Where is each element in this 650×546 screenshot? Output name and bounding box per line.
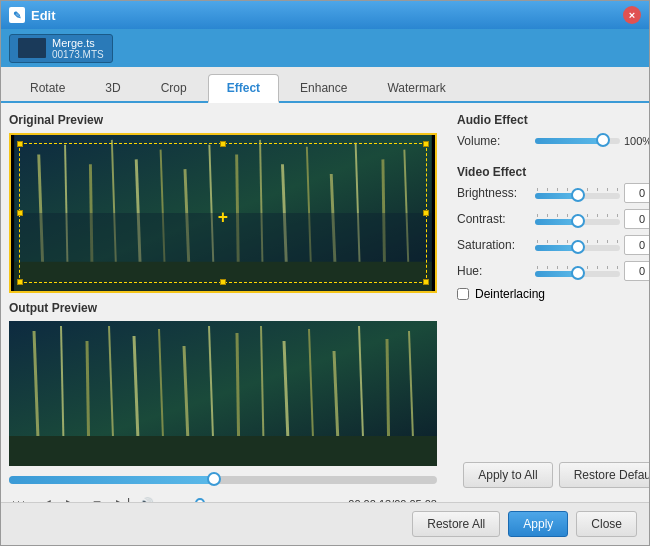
output-preview-box [9, 321, 437, 466]
close-window-button[interactable]: × [623, 6, 641, 24]
deinterlacing-checkbox[interactable] [457, 288, 469, 300]
tab-enhance[interactable]: Enhance [281, 74, 366, 101]
file-name-1: Merge.ts 00173.MTS [52, 37, 104, 60]
output-preview-image [9, 321, 437, 466]
resize-handle-mr[interactable] [423, 210, 429, 216]
resize-handle-bm[interactable] [220, 279, 226, 285]
play-button[interactable]: ▶ [61, 494, 81, 502]
playback-controls: ⏮ ◀ ▶ ■ ▶| 🔊 00:02:13/00:05:08 [9, 492, 437, 502]
tab-crop[interactable]: Crop [142, 74, 206, 101]
volume-slider-thumb[interactable] [596, 133, 610, 147]
title-bar: ✎ Edit × [1, 1, 649, 29]
saturation-value: 0 [624, 235, 649, 255]
audio-section-title: Audio Effect [457, 113, 649, 127]
tab-rotate[interactable]: Rotate [11, 74, 84, 101]
prev-frame-button[interactable]: ◀ [35, 494, 55, 502]
contrast-slider-thumb[interactable] [571, 214, 585, 228]
saturation-slider-thumb[interactable] [571, 240, 585, 254]
hue-value: 0 [624, 261, 649, 281]
contrast-slider-container: 0 ▲ ▼ [535, 209, 649, 229]
hue-slider-track[interactable] [535, 271, 620, 277]
volume-row: Volume: 100% ▲ ▼ [457, 131, 649, 151]
window-title: Edit [31, 8, 56, 23]
restore-all-button[interactable]: Restore All [412, 511, 500, 537]
hue-row: Hue: 0 [457, 261, 649, 281]
volume-slider-track[interactable] [535, 138, 620, 144]
apply-to-all-button[interactable]: Apply to All [463, 462, 552, 488]
resize-handle-tl[interactable] [17, 141, 23, 147]
secondary-buttons: Apply to All Restore Defaults [457, 462, 649, 488]
tab-watermark[interactable]: Watermark [368, 74, 464, 101]
contrast-slider-track[interactable] [535, 219, 620, 225]
hue-slider-container: 0 ▲ ▼ [535, 261, 649, 281]
stop-button[interactable]: ■ [87, 494, 107, 502]
right-panel: Audio Effect Volume: 100% ▲ ▼ [445, 103, 649, 502]
original-preview-section: Original Preview [9, 111, 437, 293]
video-effect-section: Video Effect Brightness: [457, 165, 649, 301]
next-frame-button[interactable]: ▶| [113, 494, 133, 502]
file-item[interactable]: Merge.ts 00173.MTS [9, 34, 113, 63]
brightness-row: Brightness: [457, 183, 649, 203]
apply-button[interactable]: Apply [508, 511, 568, 537]
volume-label: Volume: [457, 134, 527, 148]
deinterlacing-label: Deinterlacing [475, 287, 545, 301]
brightness-slider-track[interactable] [535, 193, 620, 199]
left-panel: Original Preview [1, 103, 445, 502]
title-bar-left: ✎ Edit [9, 7, 56, 23]
tab-3d[interactable]: 3D [86, 74, 139, 101]
output-preview-label: Output Preview [9, 299, 437, 317]
skip-back-button[interactable]: ⏮ [9, 494, 29, 502]
scrubber-thumb[interactable] [207, 472, 221, 486]
content-area: Original Preview [1, 103, 649, 502]
saturation-label: Saturation: [457, 238, 527, 252]
brightness-slider-container: 0 ▲ ▼ [535, 183, 649, 203]
scrubber-area [9, 472, 437, 486]
hue-label: Hue: [457, 264, 527, 278]
contrast-value: 0 [624, 209, 649, 229]
file-bar: Merge.ts 00173.MTS [1, 29, 649, 67]
brightness-value: 0 [624, 183, 649, 203]
hue-slider-thumb[interactable] [571, 266, 585, 280]
svg-rect-39 [9, 436, 437, 466]
saturation-slider-track[interactable] [535, 245, 620, 251]
brightness-slider-thumb[interactable] [571, 188, 585, 202]
file-thumbnail [18, 38, 46, 58]
volume-value: 100% [624, 135, 649, 147]
resize-handle-br[interactable] [423, 279, 429, 285]
original-preview-label: Original Preview [9, 111, 437, 129]
output-preview-section: Output Preview [9, 299, 437, 466]
original-preview-box: + [9, 133, 437, 293]
saturation-slider-container: 0 ▲ ▼ [535, 235, 649, 255]
tab-bar: Rotate 3D Crop Effect Enhance Watermark [1, 67, 649, 103]
contrast-label: Contrast: [457, 212, 527, 226]
audio-effect-section: Audio Effect Volume: 100% ▲ ▼ [457, 113, 649, 157]
scrubber-track[interactable] [9, 476, 437, 484]
app-icon: ✎ [9, 7, 25, 23]
spacer [457, 309, 649, 454]
resize-handle-tr[interactable] [423, 141, 429, 147]
volume-slider-container: 100% ▲ ▼ [535, 131, 649, 151]
saturation-row: Saturation: [457, 235, 649, 255]
volume-thumb[interactable] [195, 498, 205, 502]
resize-handle-tm[interactable] [220, 141, 226, 147]
close-button[interactable]: Close [576, 511, 637, 537]
brightness-label: Brightness: [457, 186, 527, 200]
scrubber-fill [9, 476, 214, 484]
restore-defaults-button[interactable]: Restore Defaults [559, 462, 649, 488]
crop-selection-box [19, 143, 427, 283]
contrast-row: Contrast: [457, 209, 649, 229]
resize-handle-bl[interactable] [17, 279, 23, 285]
resize-handle-ml[interactable] [17, 210, 23, 216]
bottom-buttons: Restore All Apply Close [1, 502, 649, 545]
video-section-title: Video Effect [457, 165, 649, 179]
deinterlacing-row: Deinterlacing [457, 287, 649, 301]
tab-effect[interactable]: Effect [208, 74, 279, 103]
main-window: ✎ Edit × Merge.ts 00173.MTS Rotate 3D Cr… [0, 0, 650, 546]
